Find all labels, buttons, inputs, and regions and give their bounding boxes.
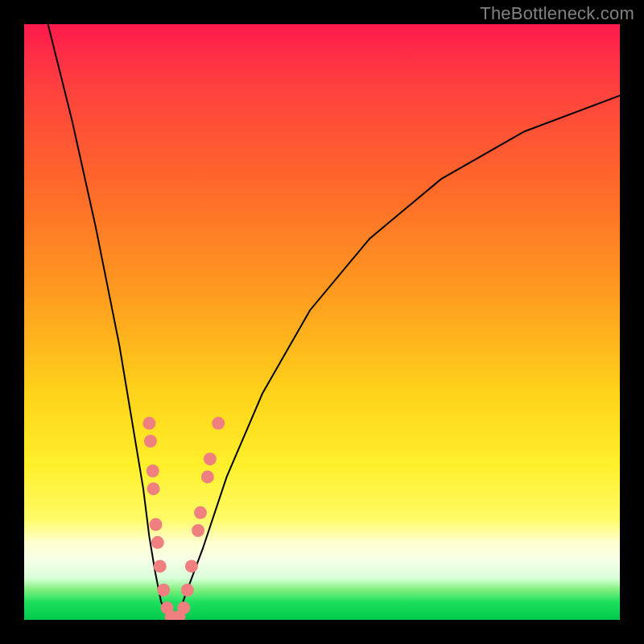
- watermark-text: TheBottleneck.com: [480, 3, 634, 24]
- highlight-dot: [212, 417, 225, 430]
- highlight-dot: [147, 482, 160, 495]
- highlight-dot: [192, 524, 204, 537]
- highlight-dot: [142, 417, 155, 430]
- highlight-dot: [154, 559, 167, 572]
- highlight-dot: [204, 452, 217, 465]
- highlight-dot: [177, 601, 190, 614]
- highlight-dot: [185, 559, 198, 572]
- plot-area: [24, 24, 620, 620]
- highlight-dot: [157, 584, 170, 597]
- chart-frame: TheBottleneck.com: [0, 0, 644, 644]
- highlight-dot: [144, 435, 157, 448]
- highlight-dot: [147, 464, 159, 477]
- highlight-dot: [151, 536, 164, 549]
- bottleneck-curve: [48, 24, 620, 620]
- curve-layer: [24, 24, 620, 620]
- highlight-dot: [201, 470, 214, 483]
- highlight-dot: [181, 584, 194, 597]
- highlight-dot: [194, 506, 207, 519]
- highlight-dot: [150, 518, 163, 531]
